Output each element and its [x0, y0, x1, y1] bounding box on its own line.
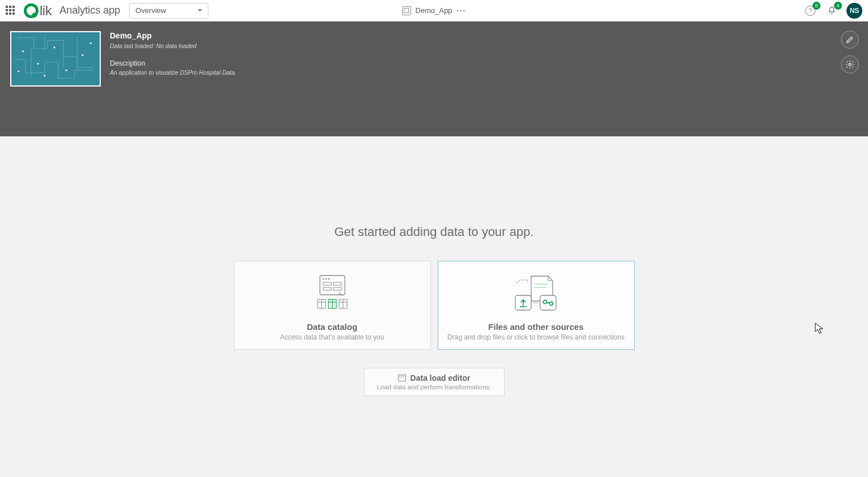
topbar-right: ? 8 4 NS [803, 3, 862, 19]
app-launcher-icon[interactable] [6, 6, 16, 16]
breadcrumb: Demo_App ··· [402, 6, 467, 15]
svg-point-12 [325, 278, 327, 280]
app-name: Demo_App [110, 31, 237, 40]
files-sources-subtitle: Drag and drop files or click to browse f… [447, 333, 625, 341]
help-button[interactable]: ? 8 [803, 4, 817, 18]
svg-point-9 [849, 63, 851, 66]
data-load-editor-button[interactable]: Data load editor Load data and perform t… [364, 368, 504, 396]
help-badge: 8 [813, 2, 820, 10]
gear-icon [845, 60, 854, 69]
svg-point-7 [90, 42, 92, 44]
script-icon [398, 375, 406, 381]
app-name-center: Demo_App [416, 6, 452, 15]
svg-point-8 [18, 71, 19, 72]
get-started-headline: Get started adding data to your app. [0, 225, 868, 239]
app-thumbnail[interactable] [10, 31, 101, 87]
topbar: lik Analytics app Overview Demo_App ··· … [0, 0, 868, 22]
notifications-badge: 4 [834, 2, 842, 10]
description-text: An application to visualize DSPro Hospit… [110, 69, 237, 76]
edit-button[interactable] [841, 31, 859, 49]
app-meta: Demo_App Data last loaded: No data loade… [110, 31, 237, 127]
description-label: Description [110, 59, 237, 67]
data-catalog-card[interactable]: Data catalog Access data that's availabl… [234, 261, 431, 350]
data-load-editor-title: Data load editor [411, 373, 471, 383]
svg-point-6 [44, 75, 45, 76]
data-source-cards: Data catalog Access data that's availabl… [0, 261, 868, 350]
data-catalog-illustration [310, 261, 355, 322]
qlik-logo[interactable]: lik [24, 3, 52, 19]
svg-point-3 [54, 46, 55, 48]
files-sources-title: Files and other sources [488, 322, 583, 332]
chevron-down-icon [198, 9, 202, 12]
svg-point-5 [82, 54, 83, 56]
data-catalog-title: Data catalog [307, 322, 357, 332]
svg-point-2 [37, 63, 39, 65]
view-dropdown-value: Overview [135, 6, 166, 15]
svg-point-1 [22, 50, 24, 52]
app-more-menu[interactable]: ··· [457, 6, 467, 15]
files-sources-card[interactable]: Files and other sources Drag and drop fi… [438, 261, 635, 350]
qlik-wordmark: lik [40, 3, 52, 19]
svg-point-4 [66, 70, 67, 71]
data-load-editor-subtitle: Load data and perform transformations. [377, 384, 491, 390]
main-content: Get started adding data to your app. [0, 136, 868, 396]
settings-button[interactable] [841, 55, 859, 74]
notifications-button[interactable]: 4 [825, 4, 839, 18]
data-catalog-subtitle: Access data that's available to you [280, 333, 384, 341]
pencil-icon [845, 35, 854, 44]
app-icon [402, 6, 411, 15]
svg-point-11 [322, 278, 324, 280]
user-avatar[interactable]: NS [846, 3, 862, 19]
app-header: Demo_App Data last loaded: No data loade… [0, 22, 868, 136]
qlik-q-icon [24, 3, 39, 18]
svg-point-13 [328, 278, 330, 280]
app-type-label: Analytics app [59, 5, 120, 16]
data-last-loaded: Data last loaded: No data loaded [110, 42, 237, 49]
view-dropdown[interactable]: Overview [129, 3, 208, 19]
header-actions [841, 31, 859, 74]
files-sources-illustration [505, 261, 567, 322]
